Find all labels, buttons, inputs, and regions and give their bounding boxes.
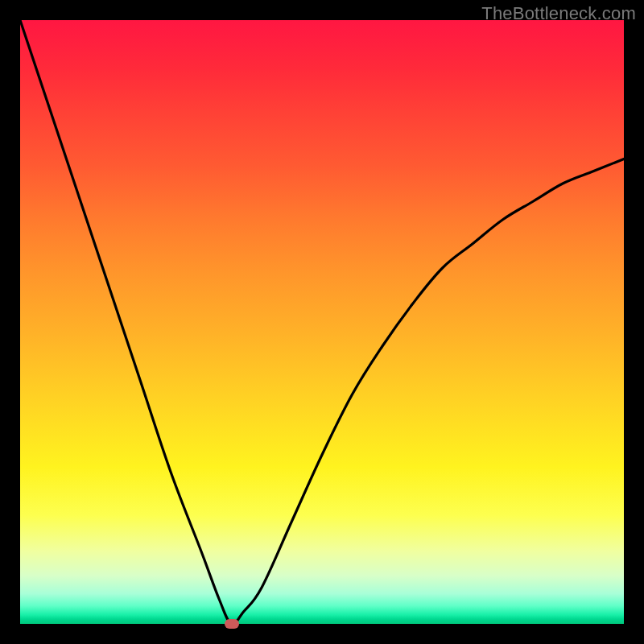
optimal-marker xyxy=(225,619,239,629)
plot-area xyxy=(20,20,624,624)
curve-svg xyxy=(20,20,624,624)
chart-frame: TheBottleneck.com xyxy=(0,0,644,644)
bottleneck-curve-path xyxy=(20,20,624,624)
watermark-text: TheBottleneck.com xyxy=(481,3,636,24)
